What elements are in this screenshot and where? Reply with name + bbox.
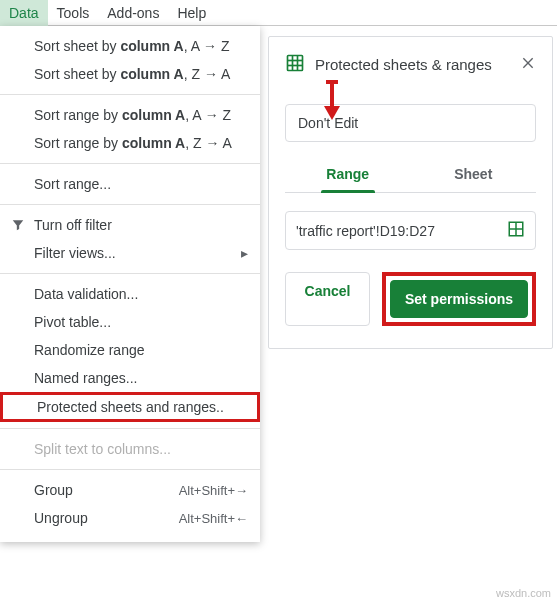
menu-pivot-table[interactable]: Pivot table... (0, 308, 260, 336)
button-row: Cancel Set permissions (285, 272, 536, 326)
submenu-arrow-icon: ▸ (241, 245, 248, 261)
menu-randomize-range[interactable]: Randomize range (0, 336, 260, 364)
annotation-arrow-icon (320, 80, 344, 123)
menu-sort-sheet-za[interactable]: Sort sheet by column A, Z → A (0, 60, 260, 88)
separator (0, 163, 260, 164)
shortcut-label: Alt+Shift+→ (179, 483, 248, 498)
range-value: 'traffic report'!D19:D27 (296, 223, 507, 239)
menu-split-text: Split text to columns... (0, 435, 260, 463)
separator (0, 273, 260, 274)
panel-header: Protected sheets & ranges (285, 53, 536, 76)
shortcut-label: Alt+Shift+← (179, 511, 248, 526)
menu-help[interactable]: Help (168, 0, 215, 26)
menu-named-ranges[interactable]: Named ranges... (0, 364, 260, 392)
menu-sort-range[interactable]: Sort range... (0, 170, 260, 198)
svg-marker-11 (324, 106, 340, 120)
select-range-icon[interactable] (507, 220, 525, 241)
cancel-button[interactable]: Cancel (285, 272, 370, 326)
panel-title: Protected sheets & ranges (315, 56, 510, 73)
menu-sort-range-az[interactable]: Sort range by column A, A → Z (0, 101, 260, 129)
menu-turn-off-filter[interactable]: Turn off filter (0, 211, 260, 239)
data-menu-dropdown: Sort sheet by column A, A → Z Sort sheet… (0, 26, 260, 542)
menu-data-validation[interactable]: Data validation... (0, 280, 260, 308)
menu-group[interactable]: Group Alt+Shift+→ (0, 476, 260, 504)
menu-data[interactable]: Data (0, 0, 48, 26)
menu-sort-range-za[interactable]: Sort range by column A, Z → A (0, 129, 260, 157)
menu-filter-views[interactable]: Filter views... ▸ (0, 239, 260, 267)
tabs: Range Sheet (285, 156, 536, 193)
menu-protected-sheets-ranges[interactable]: Protected sheets and ranges.. (0, 392, 260, 422)
close-icon[interactable] (520, 55, 536, 74)
menu-addons[interactable]: Add-ons (98, 0, 168, 26)
menubar: Data Tools Add-ons Help (0, 0, 557, 26)
tab-sheet[interactable]: Sheet (411, 156, 537, 192)
protected-ranges-panel: Protected sheets & ranges Range Sheet 't… (268, 36, 553, 349)
range-input-row[interactable]: 'traffic report'!D19:D27 (285, 211, 536, 250)
separator (0, 428, 260, 429)
separator (0, 204, 260, 205)
watermark: wsxdn.com (496, 587, 551, 599)
menu-sort-sheet-az[interactable]: Sort sheet by column A, A → Z (0, 32, 260, 60)
menu-ungroup[interactable]: Ungroup Alt+Shift+← (0, 504, 260, 532)
separator (0, 469, 260, 470)
tab-range[interactable]: Range (285, 156, 411, 192)
separator (0, 94, 260, 95)
set-permissions-button[interactable]: Set permissions (390, 280, 528, 318)
sheets-icon (285, 53, 305, 76)
svg-rect-0 (288, 56, 303, 71)
menu-tools[interactable]: Tools (48, 0, 99, 26)
highlight-annotation: Set permissions (382, 272, 536, 326)
filter-icon (10, 217, 26, 233)
